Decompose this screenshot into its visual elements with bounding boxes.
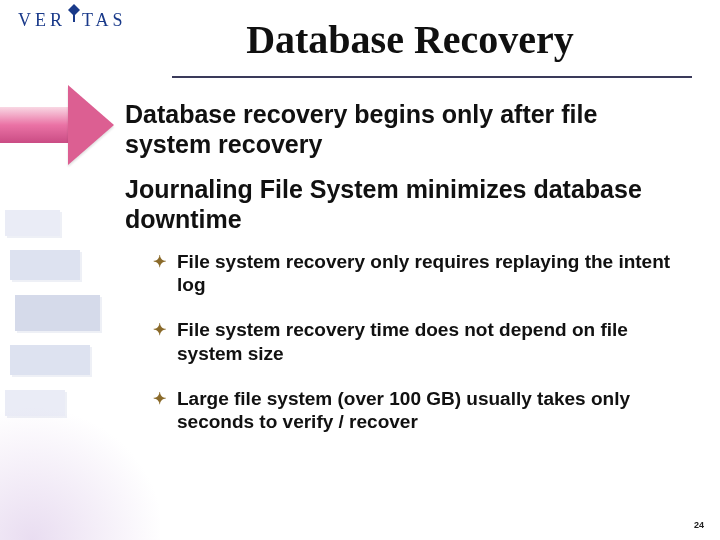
- bullet-icon: ✦: [153, 320, 166, 340]
- bullet-icon: ✦: [153, 389, 166, 409]
- title-underline: [172, 76, 692, 78]
- lead-paragraph: Database recovery begins only after file…: [125, 100, 690, 159]
- block-graphic: [0, 200, 120, 460]
- lead-paragraph: Journaling File System minimizes databas…: [125, 175, 690, 234]
- list-item: ✦ File system recovery only requires rep…: [153, 250, 690, 296]
- list-item-text: Large file system (over 100 GB) usually …: [177, 388, 630, 432]
- body-content: Database recovery begins only after file…: [125, 100, 690, 455]
- logo-mark-icon: [68, 10, 80, 22]
- list-item: ✦ File system recovery time does not dep…: [153, 318, 690, 364]
- page-title: Database Recovery: [120, 16, 700, 63]
- logo-text-pre: VER: [18, 10, 66, 30]
- list-item: ✦ Large file system (over 100 GB) usuall…: [153, 387, 690, 433]
- bullet-icon: ✦: [153, 252, 166, 272]
- slide: VERTAS Database Recovery Database recove…: [0, 0, 720, 540]
- bullet-list: ✦ File system recovery only requires rep…: [125, 250, 690, 433]
- list-item-text: File system recovery time does not depen…: [177, 319, 628, 363]
- arrow-graphic: [0, 85, 120, 165]
- list-item-text: File system recovery only requires repla…: [177, 251, 670, 295]
- decorative-art: [0, 0, 120, 540]
- slide-number: 24: [694, 520, 704, 530]
- brand-logo: VERTAS: [18, 10, 127, 31]
- svg-rect-1: [73, 14, 75, 22]
